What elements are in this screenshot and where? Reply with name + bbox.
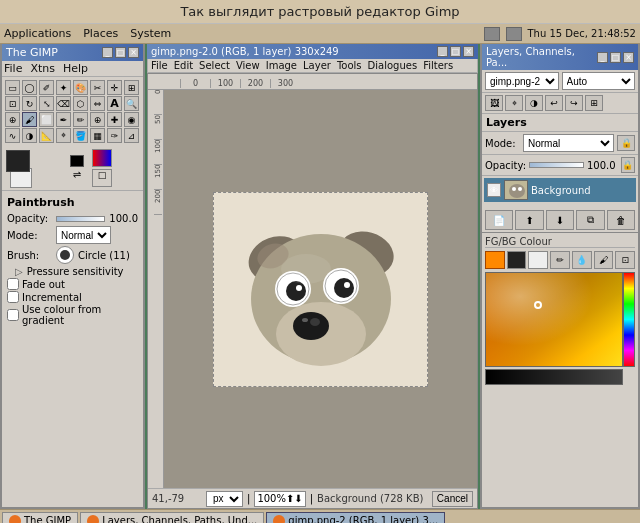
default-colors-btn[interactable] xyxy=(70,155,84,167)
select-by-color-tool[interactable]: 🎨 xyxy=(73,80,88,95)
color-picker-tool[interactable]: 🔍 xyxy=(124,96,139,111)
layer-visibility-toggle[interactable]: 👁 xyxy=(487,183,501,197)
use-colour-checkbox[interactable] xyxy=(7,309,19,321)
canvas-layer-menu[interactable]: Layer xyxy=(303,60,331,71)
paint-icon[interactable]: 🖌 xyxy=(594,251,614,269)
canvas-tools-menu[interactable]: Tools xyxy=(337,60,362,71)
taskbar-item-canvas[interactable]: gimp.png-2 (RGB, 1 layer) 3... xyxy=(266,512,445,524)
crop-tool[interactable]: ⊡ xyxy=(5,96,20,111)
move-tool[interactable]: ✛ xyxy=(107,80,122,95)
text-tool[interactable]: A xyxy=(107,96,122,111)
new-layer-channel-icon[interactable]: 🖼 xyxy=(485,95,503,111)
channels-icon[interactable]: ◑ xyxy=(525,95,543,111)
canvas-image-menu[interactable]: Image xyxy=(266,60,297,71)
layers-close-button[interactable]: × xyxy=(623,52,634,63)
flip-tool[interactable]: ⇔ xyxy=(90,96,105,111)
perspective-tool[interactable]: ⬡ xyxy=(73,96,88,111)
magnify-tool[interactable]: ⊕ xyxy=(5,112,20,127)
heal-tool[interactable]: ✚ xyxy=(107,112,122,127)
new-layer-button[interactable]: 📄 xyxy=(485,210,513,230)
smudge-tool[interactable]: ∿ xyxy=(5,128,20,143)
toolbox-xtns-menu[interactable]: Xtns xyxy=(30,62,55,75)
canvas-filters-menu[interactable]: Filters xyxy=(423,60,453,71)
canvas-minimize-button[interactable]: _ xyxy=(437,46,448,57)
layers-minimize-button[interactable]: _ xyxy=(597,52,608,63)
mode-select[interactable]: Normal xyxy=(56,226,111,244)
taskbar-item-layers[interactable]: Layers, Channels, Paths, Und... xyxy=(80,512,264,524)
scale-tool[interactable]: ⤡ xyxy=(39,96,54,111)
duplicate-layer-button[interactable]: ⧉ xyxy=(576,210,604,230)
extra-layers-icon[interactable]: ⊞ xyxy=(585,95,603,111)
canvas-dialogues-menu[interactable]: Dialogues xyxy=(368,60,418,71)
clone-tool[interactable]: ⊕ xyxy=(90,112,105,127)
opacity-slider[interactable] xyxy=(56,216,105,222)
fade-out-checkbox[interactable] xyxy=(7,278,19,290)
places-menu[interactable]: Places xyxy=(83,27,118,40)
ellipse-select-tool[interactable]: ◯ xyxy=(22,80,37,95)
quick-mask-btn[interactable]: □ xyxy=(92,169,112,187)
alignment-tool[interactable]: ⊞ xyxy=(124,80,139,95)
undo-icon[interactable]: ↩ xyxy=(545,95,563,111)
canvas-image-area[interactable] xyxy=(164,90,477,488)
rect-select-tool[interactable]: ▭ xyxy=(5,80,20,95)
convolve-tool[interactable]: ◉ xyxy=(124,112,139,127)
blend-tool[interactable]: ▦ xyxy=(90,128,105,143)
history-icon[interactable]: ↪ xyxy=(565,95,583,111)
canvas-file-menu[interactable]: File xyxy=(151,60,168,71)
unit-select[interactable]: px xyxy=(206,491,243,507)
eyedropper-icon[interactable]: 💧 xyxy=(572,251,592,269)
maximize-button[interactable]: □ xyxy=(115,47,126,58)
fgbg-black-icon[interactable] xyxy=(507,251,527,269)
color-gradient-area[interactable] xyxy=(485,272,623,367)
bucket-fill-tool[interactable]: 🪣 xyxy=(73,128,88,143)
paintbrush-tool[interactable]: 🖌 xyxy=(22,112,37,127)
ink-tool[interactable]: ✏ xyxy=(73,112,88,127)
dodge-burn-tool[interactable]: ◑ xyxy=(22,128,37,143)
layers-opacity-slider[interactable] xyxy=(529,162,584,168)
brush-preview[interactable] xyxy=(56,246,74,264)
minimize-button[interactable]: _ xyxy=(102,47,113,58)
lower-layer-button[interactable]: ⬇ xyxy=(546,210,574,230)
fuzzy-select-tool[interactable]: ✦ xyxy=(56,80,71,95)
raise-layer-button[interactable]: ⬆ xyxy=(515,210,543,230)
delete-layer-button[interactable]: 🗑 xyxy=(607,210,635,230)
canvas-select-menu[interactable]: Select xyxy=(199,60,230,71)
pencil-fg-icon[interactable]: ✏ xyxy=(550,251,570,269)
free-select-tool[interactable]: ✐ xyxy=(39,80,54,95)
canvas-maximize-button[interactable]: □ xyxy=(450,46,461,57)
layers-maximize-button[interactable]: □ xyxy=(610,52,621,63)
canvas-view-menu[interactable]: View xyxy=(236,60,260,71)
apps-menu[interactable]: Applications xyxy=(4,27,71,40)
paths-icon[interactable]: ⌖ xyxy=(505,95,523,111)
layer-item[interactable]: 👁 Background xyxy=(484,178,636,202)
extra-tool[interactable]: ⊿ xyxy=(124,128,139,143)
value-slider[interactable] xyxy=(485,369,623,385)
scissors-tool[interactable]: ✂ xyxy=(90,80,105,95)
system-menu[interactable]: System xyxy=(130,27,171,40)
toolbox-help-menu[interactable]: Help xyxy=(63,62,88,75)
eraser-tool[interactable]: ⬜ xyxy=(39,112,54,127)
close-button[interactable]: × xyxy=(128,47,139,58)
shear-tool[interactable]: ⌫ xyxy=(56,96,71,111)
pencil-tool[interactable]: ✑ xyxy=(107,128,122,143)
canvas-close-button[interactable]: × xyxy=(463,46,474,57)
airbrush-tool[interactable]: ✒ xyxy=(56,112,71,127)
canvas-edit-menu[interactable]: Edit xyxy=(174,60,193,71)
foreground-color[interactable] xyxy=(6,150,30,172)
toolbox-file-menu[interactable]: File xyxy=(4,62,22,75)
path-tool[interactable]: ⌖ xyxy=(56,128,71,143)
copy-icon[interactable]: ⊡ xyxy=(615,251,635,269)
auto-select[interactable]: Auto xyxy=(562,72,636,90)
image-select[interactable]: gimp.png-2 xyxy=(485,72,559,90)
incremental-checkbox[interactable] xyxy=(7,291,19,303)
taskbar-item-gimp[interactable]: The GIMP xyxy=(2,512,78,524)
color-mode-btn[interactable] xyxy=(92,149,112,167)
swap-colors-btn[interactable]: ⇌ xyxy=(70,169,84,181)
opacity-lock-icon[interactable]: 🔒 xyxy=(621,157,635,173)
lock-icon[interactable]: 🔒 xyxy=(617,135,635,151)
fgbg-white-icon[interactable] xyxy=(528,251,548,269)
cancel-button[interactable]: Cancel xyxy=(432,491,473,507)
measure-tool[interactable]: 📐 xyxy=(39,128,54,143)
hue-slider[interactable] xyxy=(623,272,635,367)
rotate-tool[interactable]: ↻ xyxy=(22,96,37,111)
